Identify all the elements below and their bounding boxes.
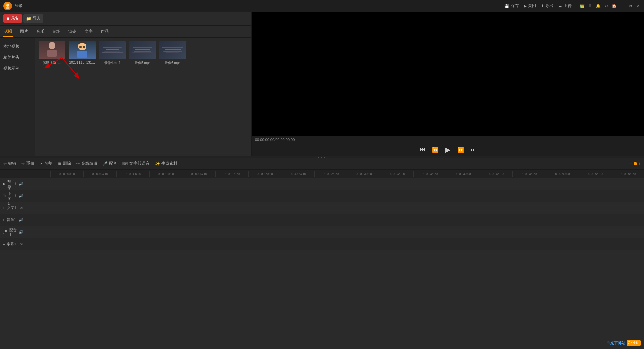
voiceover-button[interactable]: 🎤 配音: [103, 161, 117, 166]
minimize-button[interactable]: −: [620, 4, 625, 8]
audio-icon-music[interactable]: 🔊: [19, 218, 23, 222]
import-button[interactable]: 📁 导入: [23, 14, 43, 23]
subtitle-track-controls: 👁: [20, 242, 25, 246]
media-item-2[interactable]: 录像4.mp4: [99, 41, 126, 65]
undo-button[interactable]: ↩ 撤销: [3, 161, 16, 166]
track-row-pip: ⊞ 画中画1 👁 🔊: [0, 190, 644, 202]
delete-button[interactable]: 🗑 删除: [58, 161, 71, 166]
close-button[interactable]: ✕: [636, 4, 641, 8]
save-button[interactable]: 💾 保存: [504, 3, 519, 9]
tab-music[interactable]: 音乐: [36, 27, 45, 36]
voiceover-track-icon: 🎤: [3, 230, 7, 234]
generate-material-button[interactable]: ✨ 生成素材: [155, 161, 177, 166]
export-button[interactable]: ⬆ 导出: [541, 3, 553, 9]
tts-icon: ⌨: [122, 161, 128, 166]
svg-point-1: [6, 7, 10, 9]
step-forward-button[interactable]: ⏩: [457, 147, 464, 153]
track-label-music: ♪ 音乐1 🔊: [0, 214, 25, 226]
watermark-badge: OK小助: [627, 340, 641, 346]
ruler-mark-16: 00:00:53:10: [578, 171, 611, 177]
media-tabs: 视频 图片 音乐 转场 滤镜 文字 作品: [0, 26, 251, 38]
tab-filter[interactable]: 滤镜: [68, 27, 77, 36]
preview-screen: [252, 12, 644, 136]
record-button[interactable]: ⏺ 录制: [3, 14, 22, 23]
upload-icon: ☁: [558, 4, 562, 8]
ruler-mark-6: 00:00:20:00: [248, 171, 281, 177]
close-preview-icon: ▶: [524, 4, 527, 8]
play-button[interactable]: ▶: [445, 146, 450, 154]
tab-transition[interactable]: 转场: [52, 27, 61, 36]
avatar[interactable]: [3, 2, 12, 10]
svg-point-10: [83, 46, 85, 48]
eye-icon-video[interactable]: 👁: [14, 182, 17, 186]
tab-video[interactable]: 视频: [3, 26, 13, 37]
step-back-button[interactable]: ⏪: [432, 147, 439, 153]
sidebar-item-local-video[interactable]: 本地视频: [0, 41, 35, 52]
timeline-tracks: ▶ 视频 👁 🔊 ⊞ 画中画1 👁 🔊: [0, 178, 644, 349]
window-icon-3: 🔔: [596, 4, 600, 8]
time-total: 00:00:00:00: [275, 138, 295, 142]
zoom-out-icon[interactable]: −: [630, 161, 633, 166]
tab-text[interactable]: 文字: [84, 27, 93, 36]
ruler-mark-2: 00:00:06:20: [116, 171, 149, 177]
tab-work[interactable]: 作品: [100, 27, 109, 36]
track-content-video[interactable]: [25, 178, 644, 190]
track-content-pip[interactable]: [25, 190, 644, 202]
watermark-logo: ※光下博站: [607, 341, 625, 346]
ruler-mark-17: 00:00:56:20: [611, 171, 644, 177]
cut-icon: ✂: [40, 161, 43, 166]
close-preview-button[interactable]: ▶ 关闭: [524, 3, 536, 9]
media-thumb-1: [69, 41, 96, 59]
edit-icon: ✏: [76, 161, 80, 166]
track-content-subtitle[interactable]: [25, 238, 644, 250]
media-item-4[interactable]: 录像6.mp4: [159, 41, 186, 65]
svg-rect-5: [47, 50, 57, 57]
undo-icon: ↩: [3, 161, 7, 166]
upload-button[interactable]: ☁ 上传: [558, 3, 572, 9]
skip-forward-button[interactable]: ⏭: [471, 147, 476, 153]
eye-icon-text[interactable]: 👁: [20, 206, 23, 210]
audio-icon-pip[interactable]: 🔊: [19, 194, 23, 198]
music-track-name: 音乐1: [7, 217, 16, 222]
media-item-1[interactable]: 20231116_131…: [69, 41, 96, 65]
audio-icon-video[interactable]: 🔊: [19, 182, 23, 186]
advanced-edit-button[interactable]: ✏ 高级编辑: [76, 161, 97, 166]
track-content-voiceover[interactable]: [25, 226, 644, 238]
zoom-in-icon[interactable]: +: [638, 161, 641, 166]
ruler-mark-1: 00:00:03:10: [83, 171, 116, 177]
media-label-1: 20231116_131…: [69, 61, 96, 64]
sidebar-item-highlights[interactable]: 精美片头: [0, 52, 35, 63]
media-thumb-0: [39, 41, 65, 59]
cut-button[interactable]: ✂ 切割: [40, 161, 52, 166]
ruler-mark-12: 00:00:40:00: [446, 171, 479, 177]
track-content-music[interactable]: [25, 214, 644, 226]
ruler-mark-5: 00:00:16:20: [215, 171, 248, 177]
redo-button[interactable]: ↪ 重做: [21, 161, 34, 166]
edit-toolbar: ↩ 撤销 ↪ 重做 ✂ 切割 🗑 删除 ✏ 高级编辑 🎤 配音: [0, 158, 644, 170]
pip-track-icon: ⊞: [3, 194, 6, 198]
subtitle-track-icon: ≡: [3, 242, 5, 246]
sidebar-item-demo[interactable]: 视频示例: [0, 63, 35, 74]
track-row-subtitle: ≡ 字幕1 👁: [0, 238, 644, 250]
text-to-speech-button[interactable]: ⌨ 文字转语音: [122, 161, 150, 166]
media-item-0[interactable]: 腾讯视频 -…: [39, 41, 65, 65]
track-label-text: T 文字1 👁: [0, 202, 25, 214]
ruler-mark-9: 00:00:30:00: [347, 171, 380, 177]
media-item-3[interactable]: 录像5.mp4: [129, 41, 156, 65]
window-icon-1: 👑: [580, 4, 584, 8]
video-track-icon: ▶: [3, 182, 5, 186]
eye-icon-pip[interactable]: 👁: [14, 194, 17, 198]
preview-panel: 00:00:00:00 / 00:00:00:00 ⏮ ⏪ ▶ ⏩ ⏭: [252, 12, 644, 156]
eye-icon-subtitle[interactable]: 👁: [20, 242, 23, 246]
music-track-controls: 🔊: [19, 218, 25, 222]
track-content-text[interactable]: [25, 202, 644, 214]
ruler-mark-3: 00:00:10:00: [149, 171, 182, 177]
maximize-button[interactable]: ⧉: [628, 4, 633, 8]
ruler-mark-10: 00:00:33:10: [380, 171, 413, 177]
track-label-video: ▶ 视频 👁 🔊: [0, 178, 25, 190]
audio-icon-voiceover[interactable]: 🔊: [19, 230, 23, 234]
tab-image[interactable]: 图片: [19, 27, 29, 36]
text-track-icon: T: [3, 206, 5, 210]
text-track-controls: 👁: [20, 206, 25, 210]
skip-back-button[interactable]: ⏮: [420, 147, 425, 153]
